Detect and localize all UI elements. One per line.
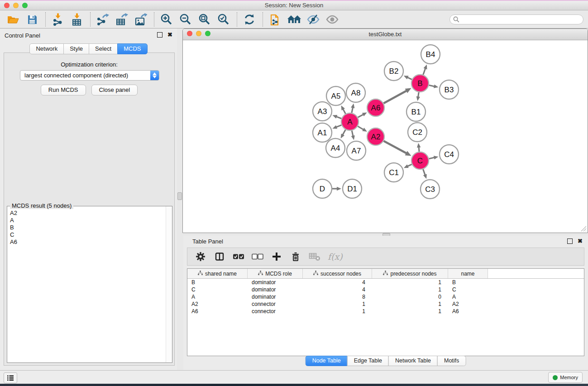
table-header-row[interactable]: shared nameMCDS rolesuccessor nodesprede… <box>187 269 584 279</box>
table-cell[interactable]: 4 <box>303 279 372 286</box>
edge-C-C3[interactable] <box>423 169 425 175</box>
search-input[interactable] <box>462 16 583 23</box>
table-cell[interactable]: 1 <box>372 286 448 293</box>
table-cell[interactable]: C <box>187 286 248 293</box>
delete-table-icon[interactable] <box>308 250 321 263</box>
close-window-button[interactable] <box>187 31 192 36</box>
table-cell[interactable]: dominator <box>248 286 303 293</box>
zoom-in-icon[interactable] <box>159 12 174 27</box>
network-canvas[interactable]: B4B2BB3A8A5A6A3B1AA1C2A2A4A7C4CC1C3DD1 <box>183 40 588 233</box>
window-controls[interactable] <box>4 3 28 8</box>
edge-A2-C[interactable] <box>384 141 407 153</box>
table-row[interactable]: Cdominator41C <box>187 286 584 293</box>
table-cell[interactable]: 1 <box>303 308 372 315</box>
tab-mcds[interactable]: MCDS <box>117 43 147 54</box>
network-from-file-icon[interactable] <box>268 12 283 27</box>
network-graph[interactable]: B4B2BB3A8A5A6A3B1AA1C2A2A4A7C4CC1C3DD1 <box>183 40 588 233</box>
result-item[interactable]: A6 <box>10 238 166 246</box>
minimize-window-button[interactable] <box>13 3 19 8</box>
close-panel-button[interactable]: Close panel <box>91 85 138 95</box>
table-body[interactable]: Bdominator41BCdominator41CAdominator80AA… <box>187 279 584 315</box>
table-options-icon[interactable] <box>194 250 207 263</box>
search-field[interactable] <box>449 14 583 24</box>
column-header-MCDS-role[interactable]: MCDS role <box>248 269 303 278</box>
column-header-successor-nodes[interactable]: successor nodes <box>303 269 372 278</box>
edge-A-A7[interactable] <box>352 131 353 136</box>
tab-edge-table[interactable]: Edge Table <box>347 356 389 366</box>
add-column-icon[interactable] <box>270 250 283 263</box>
function-builder-icon[interactable]: f(x) <box>328 252 343 262</box>
table-cell[interactable]: dominator <box>248 279 303 286</box>
table-cell[interactable]: A2 <box>187 300 248 308</box>
zoom-window-button[interactable] <box>205 31 210 36</box>
memory-button[interactable]: Memory <box>548 372 583 383</box>
select-all-check-icon[interactable] <box>232 250 245 263</box>
zoom-fit-icon[interactable] <box>197 12 212 27</box>
table-cell[interactable]: B <box>187 279 248 286</box>
table-row[interactable]: Bdominator41B <box>187 279 584 286</box>
tab-network[interactable]: Network <box>29 43 64 54</box>
float-panel-icon[interactable] <box>567 238 573 244</box>
edge-B-B1[interactable] <box>418 92 419 97</box>
edge-C-C1[interactable] <box>407 164 412 166</box>
table-cell[interactable]: 0 <box>372 293 448 300</box>
hide-details-icon[interactable] <box>306 12 321 27</box>
edge-B-B3[interactable] <box>429 85 435 86</box>
edge-A-A6[interactable] <box>358 114 363 118</box>
tab-select[interactable]: Select <box>89 43 118 54</box>
edge-A-A5[interactable] <box>343 109 346 114</box>
table-cell[interactable]: A <box>187 293 248 300</box>
table-row[interactable]: A6connector11A6 <box>187 308 584 315</box>
zoom-out-icon[interactable] <box>178 12 193 27</box>
import-table-icon[interactable] <box>69 12 85 27</box>
open-session-icon[interactable] <box>5 12 21 27</box>
column-header-predecessor-nodes[interactable]: predecessor nodes <box>372 269 448 278</box>
edge-A-A8[interactable] <box>352 107 353 113</box>
zoom-selected-icon[interactable] <box>216 12 231 27</box>
deselect-all-icon[interactable] <box>251 250 264 263</box>
table-cell[interactable]: 1 <box>372 308 448 315</box>
edge-C-C4[interactable] <box>429 157 435 159</box>
import-network-icon[interactable] <box>50 12 66 27</box>
close-panel-icon[interactable]: ✖ <box>578 238 583 244</box>
result-item[interactable]: C <box>10 231 166 238</box>
close-window-button[interactable] <box>4 3 10 8</box>
vertical-split-handle[interactable] <box>177 192 182 200</box>
export-image-icon[interactable] <box>133 12 148 27</box>
save-session-icon[interactable] <box>24 12 40 27</box>
float-panel-icon[interactable] <box>157 32 163 38</box>
window-resize-grip[interactable] <box>581 226 587 232</box>
table-cell[interactable]: 4 <box>303 286 372 293</box>
result-item[interactable]: A2 <box>10 210 166 217</box>
result-item[interactable]: B <box>10 224 166 231</box>
close-panel-icon[interactable]: ✖ <box>167 32 172 38</box>
node-table[interactable]: shared nameMCDS rolesuccessor nodesprede… <box>187 268 584 356</box>
table-cell[interactable]: dominator <box>248 293 303 300</box>
table-row[interactable]: Adominator80A <box>187 293 584 300</box>
table-cell[interactable]: 8 <box>303 293 372 300</box>
edge-A-A2[interactable] <box>358 126 363 129</box>
minimize-window-button[interactable] <box>196 31 201 36</box>
edge-B-B4[interactable] <box>423 68 425 75</box>
run-mcds-button[interactable]: Run MCDS <box>41 85 86 95</box>
table-cell[interactable]: A <box>448 293 488 300</box>
edge-A-A1[interactable] <box>336 125 342 127</box>
table-row[interactable]: A2connector11A2 <box>187 300 584 308</box>
column-header-name[interactable]: name <box>448 269 488 278</box>
edge-A6-B[interactable] <box>384 91 407 103</box>
network-window-controls[interactable] <box>187 31 210 36</box>
table-cell[interactable]: 1 <box>372 279 448 286</box>
result-item[interactable]: A <box>10 217 166 224</box>
table-cell[interactable]: A6 <box>448 308 488 315</box>
network-window-title-bar[interactable]: testGlobe.txt <box>183 29 588 40</box>
tab-network-table[interactable]: Network Table <box>388 356 438 366</box>
refresh-icon[interactable] <box>242 12 257 27</box>
column-header-shared-name[interactable]: shared name <box>187 269 248 278</box>
table-cell[interactable]: A2 <box>448 300 488 308</box>
edge-B-B2[interactable] <box>407 77 412 80</box>
show-panels-button[interactable] <box>4 372 17 383</box>
export-table-icon[interactable] <box>114 12 129 27</box>
table-cell[interactable]: connector <box>248 308 303 315</box>
table-cell[interactable]: A6 <box>187 308 248 315</box>
result-list-scrollbar[interactable] <box>166 206 172 362</box>
